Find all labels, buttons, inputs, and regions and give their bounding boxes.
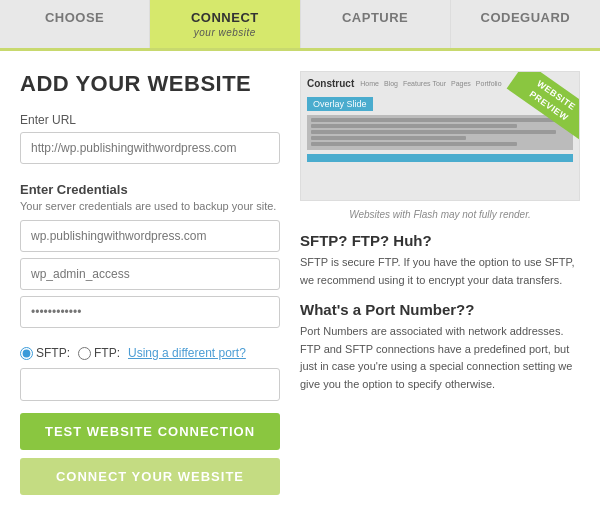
tab-connect-label: CONNECT [191,10,259,25]
credentials-label: Enter Credentials [20,182,280,197]
host-input[interactable] [20,220,280,252]
url-input[interactable] [20,132,280,164]
preview-text-line-1 [311,118,556,122]
test-connection-button[interactable]: TEST WEBSITE CONNECTION [20,413,280,450]
credentials-desc: Your server credentials are used to back… [20,200,280,212]
website-preview: WEBSITEPREVIEW Construct Home Blog Featu… [300,71,580,201]
preview-footer-bar [307,154,573,162]
preview-nav-links: Home Blog Features Tour Pages Portfolio [360,80,501,87]
tab-capture[interactable]: CAPTURE [301,0,451,48]
url-label: Enter URL [20,113,280,127]
different-port-link[interactable]: Using a different port? [128,346,246,360]
sftp-label: SFTP: [36,346,70,360]
port-info-text: Port Numbers are associated with network… [300,323,580,393]
main-content: ADD YOUR WEBSITE Enter URL Enter Credent… [0,51,600,511]
ftp-radio[interactable] [78,347,91,360]
preview-text-line-4 [311,136,466,140]
preview-nav-features: Features Tour [403,80,446,87]
tab-connect-sublabel: your website [158,27,291,38]
ftp-label: FTP: [94,346,120,360]
sftp-info-title: SFTP? FTP? Huh? [300,232,580,249]
preview-text-block [307,115,573,150]
left-panel: ADD YOUR WEBSITE Enter URL Enter Credent… [20,71,280,495]
connect-website-button[interactable]: CONNECT YOUR WEBSITE [20,458,280,495]
preview-text-line-3 [311,130,556,134]
preview-logo: Construct [307,78,354,89]
sftp-info-text: SFTP is secure FTP. If you have the opti… [300,254,580,289]
preview-nav-portfolio: Portfolio [476,80,502,87]
tab-choose-label: CHOOSE [45,10,104,25]
page-title: ADD YOUR WEBSITE [20,71,280,97]
tab-choose[interactable]: CHOOSE [0,0,150,48]
port-info-title: What's a Port Number?? [300,301,580,318]
ftp-radio-label[interactable]: FTP: [78,346,120,360]
tab-connect[interactable]: CONNECT your website [150,0,300,48]
username-input[interactable] [20,258,280,290]
tab-navigation: CHOOSE CONNECT your website CAPTURE CODE… [0,0,600,51]
tab-codeguard-label: CODEGUARD [481,10,571,25]
preview-nav-pages: Pages [451,80,471,87]
preview-caption: Websites with Flash may not fully render… [300,209,580,220]
preview-text-line-2 [311,124,517,128]
port-input[interactable]: 31245 [20,368,280,401]
preview-nav-home: Home [360,80,379,87]
tab-codeguard[interactable]: CODEGUARD [451,0,600,48]
right-panel: WEBSITEPREVIEW Construct Home Blog Featu… [300,71,580,495]
password-input[interactable] [20,296,280,328]
tab-capture-label: CAPTURE [342,10,408,25]
preview-nav-blog: Blog [384,80,398,87]
protocol-selector: SFTP: FTP: Using a different port? [20,346,280,360]
preview-text-line-5 [311,142,517,146]
sftp-radio-label[interactable]: SFTP: [20,346,70,360]
preview-slide-label: Overlay Slide [307,97,373,111]
sftp-radio[interactable] [20,347,33,360]
